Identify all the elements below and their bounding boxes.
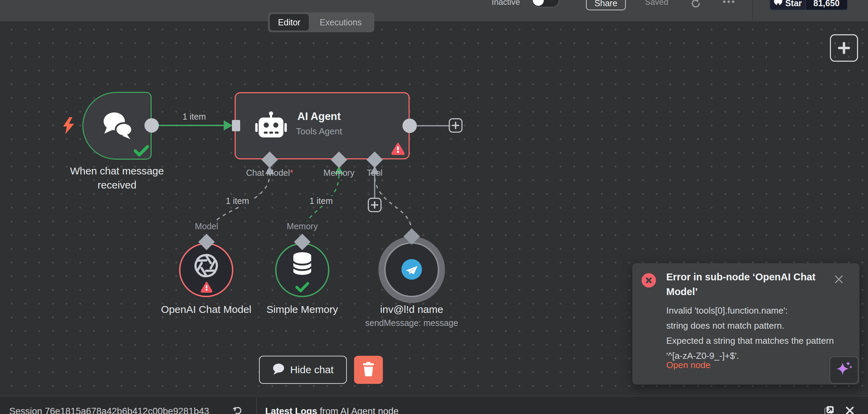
- chat-model-label-text: Chat Model: [246, 168, 290, 178]
- latest-logs-rest: from AI Agent node: [317, 406, 399, 414]
- header-divider: [752, 0, 753, 22]
- model-edge-items-count: 1 item: [223, 196, 252, 206]
- github-star-count: 81,650: [805, 0, 847, 10]
- agent-input-port[interactable]: [232, 120, 240, 131]
- logs-panel-header: Session 76e1815a678a42b6b412c00be9281b43…: [0, 396, 868, 414]
- trash-icon: [362, 362, 375, 378]
- restart-session-icon[interactable]: [233, 405, 243, 414]
- openai-logo-icon: [193, 253, 219, 280]
- trigger-node-label: When chat message received: [62, 164, 172, 192]
- add-tool-button[interactable]: [368, 198, 382, 212]
- pop-out-panel-icon[interactable]: [824, 405, 834, 414]
- trigger-bolt-icon: [62, 117, 75, 136]
- memory-edge-items-count: 1 item: [307, 196, 336, 206]
- required-asterisk: *: [290, 168, 293, 178]
- session-id: Session 76e1815a678a42b6b412c00be9281b43: [9, 406, 209, 414]
- add-node-button[interactable]: [830, 34, 858, 62]
- activation-label: Inactive: [492, 0, 520, 7]
- activation-toggle[interactable]: [531, 0, 559, 8]
- chat-model-connector-label: Chat Model*: [246, 168, 293, 178]
- hide-chat-button[interactable]: Hide chat: [259, 356, 347, 384]
- robot-icon: [255, 110, 288, 143]
- toast-message-line: string does not match pattern.: [666, 318, 840, 333]
- memory-connector-label: Memory: [324, 168, 354, 178]
- toast-message-line: Expected a string that matches the patte…: [666, 333, 840, 363]
- agent-warning-icon: [391, 142, 405, 156]
- telegram-icon: [401, 259, 422, 281]
- openai-node-label: OpenAI Chat Model: [151, 302, 261, 316]
- github-star-main[interactable]: Star: [770, 0, 805, 10]
- memory-node-label: Simple Memory: [247, 302, 357, 316]
- delete-chat-button[interactable]: [354, 356, 383, 384]
- edge-items-count: 1 item: [180, 112, 209, 122]
- sparkle-icon: [833, 359, 855, 381]
- tab-executions[interactable]: Executions: [309, 14, 373, 31]
- agent-output-port[interactable]: [402, 119, 417, 133]
- n8n-workflow-editor: When chat message received 1 item AI Age…: [0, 0, 868, 414]
- model-endpoint-label: Model: [193, 221, 220, 231]
- logbar-divider: [256, 397, 257, 414]
- trigger-output-port[interactable]: [144, 118, 159, 133]
- tab-editor[interactable]: Editor: [270, 14, 309, 31]
- chat-bubble-icon: [272, 363, 285, 377]
- saved-status: Saved: [645, 0, 668, 7]
- error-circle-icon: [642, 273, 656, 288]
- star-label: Star: [785, 0, 802, 8]
- view-tabs: Editor Executions: [268, 12, 374, 32]
- latest-logs-title: Latest Logs from AI Agent node: [265, 406, 399, 414]
- ai-assistant-button[interactable]: [830, 356, 858, 384]
- workflow-header: Inactive Share Saved: [0, 0, 868, 22]
- toast-message: Invalid 'tools[0].function.name': string…: [666, 303, 840, 363]
- hide-chat-label: Hide chat: [290, 364, 334, 376]
- memory-success-check-icon: [295, 282, 309, 294]
- toggle-knob: [533, 0, 544, 6]
- open-node-link[interactable]: Open node: [666, 360, 711, 370]
- agent-node-title: AI Agent: [281, 110, 357, 123]
- more-options-icon[interactable]: [722, 0, 736, 5]
- share-label: Share: [595, 0, 618, 8]
- add-next-node-button[interactable]: [449, 118, 462, 133]
- telegram-node-label: inv@l!d name: [357, 302, 467, 316]
- tool-connector-label: Tool: [367, 168, 383, 178]
- latest-logs-bold: Latest Logs: [265, 406, 317, 414]
- toast-title: Error in sub-node ‘OpenAI Chat Model’: [666, 270, 825, 299]
- database-icon: [292, 252, 313, 277]
- share-button[interactable]: Share: [586, 0, 626, 10]
- close-panel-icon[interactable]: [845, 406, 855, 414]
- telegram-node-operation: sendMessage: message: [357, 318, 467, 328]
- trigger-success-check-icon: [134, 145, 149, 158]
- memory-endpoint-label: Memory: [285, 221, 320, 231]
- toast-close-icon[interactable]: [834, 274, 844, 286]
- chat-bubbles-icon: [98, 107, 136, 144]
- agent-node-subtitle: Tools Agent: [281, 126, 357, 137]
- toast-message-line: Invalid 'tools[0].function.name':: [666, 303, 840, 318]
- github-icon: [774, 0, 783, 8]
- openai-warning-icon: [200, 281, 213, 294]
- history-icon[interactable]: [690, 0, 701, 10]
- agent-node-text: AI Agent Tools Agent: [281, 110, 357, 137]
- github-star-button[interactable]: Star 81,650: [770, 0, 848, 10]
